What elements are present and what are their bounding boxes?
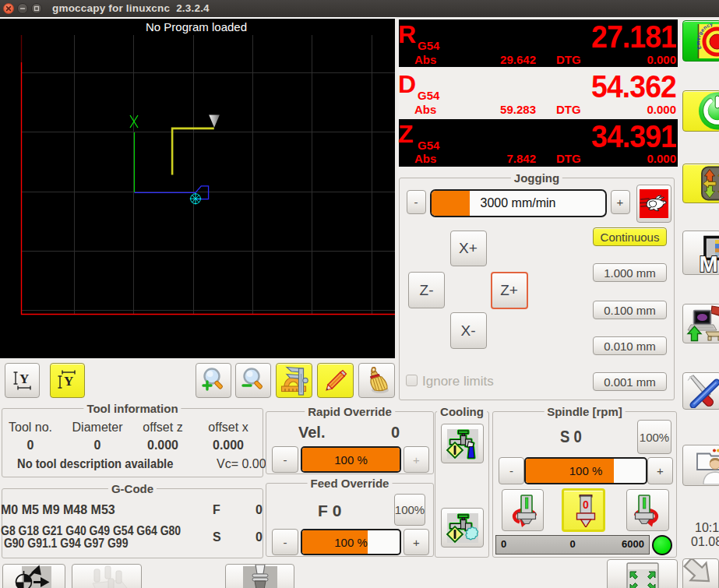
close-button[interactable] <box>3 3 14 14</box>
gremlin-preview[interactable]: No Program loaded <box>0 17 397 358</box>
feed-label: F 0 <box>318 502 341 520</box>
dimension-y-bottom-button[interactable]: Y <box>5 363 40 398</box>
dro-axis-d[interactable]: D G54 54.362 Abs 59.283 DTG 0.000 <box>399 69 678 117</box>
jog-speed-minus-button[interactable]: - <box>407 190 426 214</box>
spindle-minus-button[interactable]: - <box>499 457 524 484</box>
tool-no-header: Tool no. <box>9 421 52 435</box>
dro-dtg-value: 0.000 <box>612 152 676 165</box>
minimize-icon <box>18 4 27 13</box>
diameter-header: Diameter <box>72 421 123 435</box>
feed-override-percent: 100 % <box>302 530 400 554</box>
rabbit-icon <box>640 189 668 218</box>
tool-button[interactable] <box>225 564 294 588</box>
spindle-plus-button[interactable]: + <box>647 457 673 484</box>
zoom-out-button[interactable] <box>235 363 271 398</box>
mist-icon <box>445 511 481 545</box>
feed-minus-button[interactable]: - <box>272 529 298 555</box>
spindle-left-button[interactable] <box>502 489 544 531</box>
increment-continuous-button[interactable]: Continuous <box>593 227 667 246</box>
velocity-label: Vel. <box>298 424 325 442</box>
dro-dtg-label: DTG <box>556 152 581 165</box>
user-settings-button[interactable] <box>682 445 719 486</box>
spindle-ccw-icon <box>506 493 540 527</box>
mdi-label: MDI <box>700 252 719 273</box>
manual-mode-button[interactable] <box>682 164 719 203</box>
exit-button[interactable] <box>682 558 719 588</box>
increment-1mm-button[interactable]: 1.000 mm <box>593 263 667 282</box>
spindle-stop-button[interactable]: 0 <box>562 488 605 532</box>
dro-value: 34.391 <box>591 118 676 155</box>
dro-abs-value: 29.642 <box>469 53 536 66</box>
minimize-button[interactable] <box>17 3 28 14</box>
clear-plot-button[interactable] <box>358 363 395 398</box>
rapid-plus-button[interactable]: + <box>404 446 429 473</box>
feed-override-bar[interactable]: 100 % <box>301 529 401 555</box>
spindle-reset-button[interactable]: 100% <box>637 420 671 454</box>
touch-off-button[interactable] <box>2 564 65 588</box>
dro-coord-system: G54 <box>418 39 439 52</box>
clock-time: 10:18 <box>695 521 719 535</box>
feed-plus-button[interactable]: + <box>404 529 429 555</box>
power-icon <box>684 92 719 130</box>
ignore-limits-label: Ignore limits <box>422 374 494 389</box>
mist-coolant-button[interactable] <box>441 508 484 548</box>
maximize-button[interactable] <box>31 3 42 14</box>
feed-reset-button[interactable]: 100% <box>394 494 425 526</box>
estop-button[interactable]: Emergency <box>682 20 719 62</box>
user-icon <box>684 446 719 484</box>
spindle-bar-value: 0 <box>569 538 575 550</box>
jog-speed-slider[interactable]: 3000 mm/min <box>430 189 607 217</box>
f-value: 0 <box>251 503 263 517</box>
jog-z-minus-button[interactable]: Z- <box>408 272 445 308</box>
spindle-at-speed-led <box>652 535 672 555</box>
spindle-speed-bar: 0 0 6000 <box>495 535 650 555</box>
zoom-out-icon <box>238 365 268 395</box>
dro-dtg-value: 0.000 <box>612 103 676 116</box>
dimension-y-bottom-icon: Y <box>9 367 36 393</box>
flood-coolant-button[interactable] <box>441 424 484 463</box>
clock-date: 01.08. <box>691 535 719 549</box>
ignore-limits-checkbox[interactable] <box>406 375 418 386</box>
settings-button[interactable] <box>682 372 719 410</box>
active-m-codes: M0 M5 M9 M48 M53 <box>1 503 115 517</box>
spindle-bar-min: 0 <box>501 538 506 550</box>
tooledit-icon <box>82 565 132 588</box>
increment-001mm-button[interactable]: 0.010 mm <box>593 336 667 355</box>
svg-text:Y: Y <box>64 374 73 389</box>
tool-no-value: 0 <box>27 438 34 452</box>
dro-value: 27.181 <box>591 18 676 55</box>
dro-abs-value: 7.842 <box>469 152 536 165</box>
spindle-override-bar[interactable]: 100 % <box>524 457 647 484</box>
dimension-y-top-button[interactable]: Y <box>50 363 85 398</box>
grid-lines <box>21 35 395 315</box>
spindle-right-button[interactable] <box>626 489 669 531</box>
mdi-mode-button[interactable]: MDI <box>682 231 719 275</box>
tool-table-button[interactable] <box>72 564 142 588</box>
increment-0001mm-button[interactable]: 0.001 mm <box>593 372 667 391</box>
edit-offsets-button[interactable] <box>317 363 354 398</box>
jog-speed-plus-button[interactable]: + <box>611 190 630 214</box>
dro-value: 54.362 <box>591 68 676 105</box>
fast-jog-toggle-button[interactable] <box>636 185 671 223</box>
tool-dimension-button[interactable] <box>276 363 312 398</box>
fullscreen-icon <box>621 560 664 588</box>
dimension-y-top-icon: Y <box>54 367 80 393</box>
jog-x-minus-button[interactable]: X- <box>450 312 487 349</box>
machine-on-button[interactable] <box>682 90 719 132</box>
rapid-override-legend: Rapid Override <box>305 405 395 418</box>
zoom-in-button[interactable] <box>196 363 231 398</box>
jog-z-plus-button[interactable]: Z+ <box>491 272 528 309</box>
diameter-value: 0 <box>94 438 101 452</box>
fullscreen-button[interactable] <box>607 559 678 588</box>
rapid-minus-button[interactable]: - <box>272 446 298 473</box>
dro-axis-z[interactable]: Z G54 34.391 Abs 7.842 DTG 0.000 <box>399 119 678 167</box>
rapid-override-bar[interactable]: 100 % <box>301 446 401 473</box>
dro-dtg-label: DTG <box>556 53 581 66</box>
auto-mode-button[interactable] <box>682 304 719 343</box>
tool-cone <box>209 115 220 128</box>
rapid-plus-label: + <box>413 453 420 467</box>
increment-01mm-button[interactable]: 0.100 mm <box>593 301 667 319</box>
jog-x-plus-button[interactable]: X+ <box>450 231 487 266</box>
dro-axis-r[interactable]: R G54 27.181 Abs 29.642 DTG 0.000 <box>399 19 678 67</box>
spindle-speed-label: S 0 <box>560 427 582 447</box>
